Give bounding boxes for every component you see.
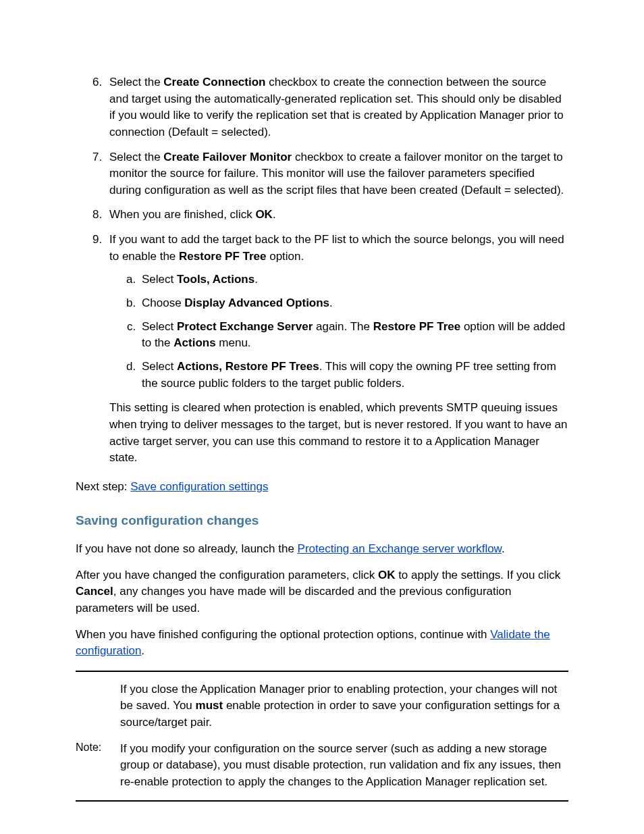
step-6: Select the Create Connection checkbox to… [105,74,568,141]
substep-d-b1: Actions, Restore PF Trees [177,360,319,373]
substep-b-bold: Display Advanced Options [184,296,329,309]
substep-b-text: Choose [142,296,184,309]
para-ok-cancel: After you have changed the configuration… [76,567,568,617]
substep-c-b1: Protect Exchange Server [177,320,313,333]
note-content: If you close the Application Manager pri… [120,681,568,791]
step-9-text-a: If you want to add the target back to th… [109,233,564,263]
step-9-followup: This setting is cleared when protection … [109,400,568,467]
substep-b-text2: . [329,296,333,309]
save-config-settings-link[interactable]: Save configuration settings [130,480,268,493]
step-7: Select the Create Failover Monitor check… [105,149,568,199]
step-7-text-a: Select the [109,151,163,163]
step-8-text-a: When you are finished, click [109,208,255,221]
substep-a-text: Select [142,273,177,286]
substep-d: Select Actions, Restore PF Trees. This w… [139,359,568,392]
substep-c-t2: again. The [313,320,373,333]
note-label: Note: [76,681,120,755]
ordered-steps-list: Select the Create Connection checkbox to… [76,74,568,467]
step-6-text-a: Select the [109,76,163,88]
para2-t3: , any changes you have made will be disc… [76,585,511,615]
section-heading-saving-config: Saving configuration changes [76,511,568,530]
step-6-bold: Create Connection [163,76,265,88]
step-8-text-b: . [273,208,276,221]
para3-t2: . [141,644,144,657]
para-validate: When you have finished configuring the o… [76,627,568,660]
sub-steps-list: Select Tools, Actions. Choose Display Ad… [109,271,568,392]
step-9-bold: Restore PF Tree [179,250,266,263]
note-para-1: If you close the Application Manager pri… [120,681,568,731]
note-p1-must: must [196,699,223,712]
step-9: If you want to add the target back to th… [105,232,568,467]
substep-d-t1: Select [142,360,177,373]
step-7-bold: Create Failover Monitor [163,151,292,163]
substep-a: Select Tools, Actions. [139,271,568,288]
step-8-bold: OK [255,208,273,221]
substep-a-bold: Tools, Actions [177,273,254,286]
substep-c-t1: Select [142,320,177,333]
note-box: Note: If you close the Application Manag… [76,671,568,802]
substep-b: Choose Display Advanced Options. [139,295,568,312]
para3-t1: When you have finished configuring the o… [76,628,490,641]
para2-ok: OK [378,569,396,581]
step-9-text-b: option. [266,250,304,263]
substep-c-t4: menu. [216,336,251,349]
next-step-line: Next step: Save configuration settings [76,479,568,496]
para2-cancel: Cancel [76,585,113,598]
substep-c: Select Protect Exchange Server again. Th… [139,319,568,352]
substep-a-text2: . [254,273,258,286]
step-8: When you are finished, click OK. [105,207,568,224]
substep-c-b2: Restore PF Tree [373,320,460,333]
next-step-label: Next step: [76,480,130,493]
note-para-2: If you modify your configuration on the … [120,741,568,791]
para1-text-a: If you have not done so already, launch … [76,542,298,555]
para-launch-workflow: If you have not done so already, launch … [76,541,568,558]
substep-c-b3: Actions [173,336,215,349]
para2-t1: After you have changed the configuration… [76,569,378,581]
para2-t2: to apply the settings. If you click [395,569,560,581]
para1-text-b: . [502,542,505,555]
protecting-exchange-workflow-link[interactable]: Protecting an Exchange server workflow [298,542,502,555]
